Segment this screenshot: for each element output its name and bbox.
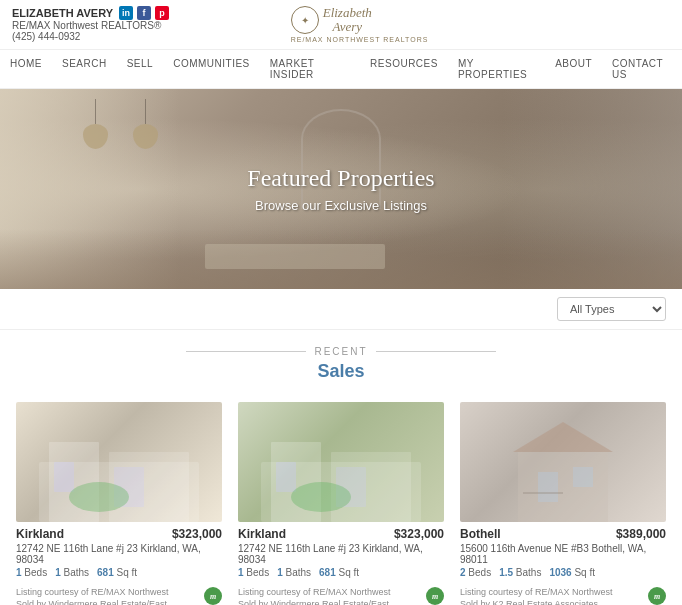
listing-location-row: Kirkland$323,000	[238, 527, 444, 541]
top-bar: ELIZABETH AVERY in f p RE/MAX Northwest …	[0, 0, 682, 49]
listing-courtesy: Listing courtesy of RE/MAX NorthwestSold…	[16, 586, 169, 605]
listing-address: 15600 116th Avenue NE #B3 Bothell, WA, 9…	[460, 543, 666, 565]
agent-name: ELIZABETH AVERY	[12, 7, 113, 19]
hero-content: Featured Properties Browse our Exclusive…	[247, 165, 434, 213]
beds: 1 Beds	[238, 567, 269, 578]
svg-rect-16	[523, 492, 563, 494]
pendant-light-left	[80, 99, 110, 149]
map-icon[interactable]: m	[204, 587, 222, 605]
nav-item-communities[interactable]: COMMUNITIES	[163, 50, 260, 77]
listing-footer: Listing courtesy of RE/MAX NorthwestSold…	[238, 582, 444, 605]
baths: 1 Baths	[55, 567, 89, 578]
social-icons: in f p	[119, 6, 169, 20]
listing-image	[238, 402, 444, 522]
listing-city: Kirkland	[16, 527, 64, 541]
listing-courtesy: Listing courtesy of RE/MAX NorthwestSold…	[460, 586, 613, 605]
section-title: Sales	[0, 361, 682, 382]
nav-item-resources[interactable]: RESOURCES	[360, 50, 448, 77]
beds: 2 Beds	[460, 567, 491, 578]
agent-info: ELIZABETH AVERY in f p RE/MAX Northwest …	[12, 6, 169, 42]
listing-city: Bothell	[460, 527, 501, 541]
listing-courtesy: Listing courtesy of RE/MAX NorthwestSold…	[238, 586, 391, 605]
listing-price: $323,000	[394, 527, 444, 541]
listing-details: 1 Beds1 Baths681 Sq ft	[238, 567, 444, 578]
listing-image	[16, 402, 222, 522]
listing-price: $323,000	[172, 527, 222, 541]
listing-location-row: Bothell$389,000	[460, 527, 666, 541]
nav-item-home[interactable]: HOME	[0, 50, 52, 77]
phone: (425) 444-0932	[12, 31, 169, 42]
section-header: RECENT Sales	[0, 330, 682, 390]
nav-item-my-properties[interactable]: MY PROPERTIES	[448, 50, 545, 88]
svg-rect-13	[518, 452, 608, 522]
listing-card: Kirkland$323,00012742 NE 116th Lane #j 2…	[16, 402, 222, 605]
linkedin-icon[interactable]: in	[119, 6, 133, 20]
listing-details: 1 Beds1 Baths681 Sq ft	[16, 567, 222, 578]
nav-item-contact-us[interactable]: CONTACT US	[602, 50, 682, 88]
listing-address: 12742 NE 116th Lane #j 23 Kirkland, WA, …	[16, 543, 222, 565]
pinterest-icon[interactable]: p	[155, 6, 169, 20]
listing-card: Kirkland$323,00012742 NE 116th Lane #j 2…	[238, 402, 444, 605]
map-icon[interactable]: m	[426, 587, 444, 605]
counter	[205, 244, 385, 269]
sqft: 681 Sq ft	[97, 567, 137, 578]
pendant-light-right	[130, 99, 160, 149]
facebook-icon[interactable]: f	[137, 6, 151, 20]
logo-text: Elizabeth Avery	[323, 6, 372, 35]
sqft: 681 Sq ft	[319, 567, 359, 578]
logo-emblem: ✦	[291, 6, 319, 34]
listing-address: 12742 NE 116th Lane #j 23 Kirkland, WA, …	[238, 543, 444, 565]
listing-image	[460, 402, 666, 522]
brokerage: RE/MAX Northwest REALTORS®	[12, 20, 169, 31]
svg-point-11	[291, 482, 351, 512]
beds: 1 Beds	[16, 567, 47, 578]
baths: 1 Baths	[277, 567, 311, 578]
listing-footer: Listing courtesy of RE/MAX NorthwestSold…	[16, 582, 222, 605]
svg-point-5	[69, 482, 129, 512]
listing-card: Bothell$389,00015600 116th Avenue NE #B3…	[460, 402, 666, 605]
nav-list: HOMESEARCHSELLCOMMUNITIESMARKET INSIDERR…	[0, 50, 682, 88]
type-filter[interactable]: All TypesResidentialCondoLandCommercial	[557, 297, 666, 321]
nav-item-search[interactable]: SEARCH	[52, 50, 117, 77]
logo: ✦ Elizabeth Avery RE/MAX NORTHWEST REALT…	[291, 6, 429, 43]
hero-section: Featured Properties Browse our Exclusive…	[0, 89, 682, 289]
hero-title: Featured Properties	[247, 165, 434, 192]
svg-rect-9	[276, 462, 296, 492]
nav-item-about[interactable]: ABOUT	[545, 50, 602, 77]
svg-rect-3	[54, 462, 74, 492]
listing-price: $389,000	[616, 527, 666, 541]
listing-footer: Listing courtesy of RE/MAX NorthwestSold…	[460, 582, 666, 605]
nav-item-sell[interactable]: SELL	[117, 50, 163, 77]
hero-subtitle: Browse our Exclusive Listings	[247, 198, 434, 213]
listing-details: 2 Beds1.5 Baths1036 Sq ft	[460, 567, 666, 578]
sqft: 1036 Sq ft	[549, 567, 595, 578]
nav-item-market-insider[interactable]: MARKET INSIDER	[260, 50, 360, 88]
svg-rect-14	[538, 472, 558, 502]
main-nav: HOMESEARCHSELLCOMMUNITIESMARKET INSIDERR…	[0, 49, 682, 89]
filter-bar: All TypesResidentialCondoLandCommercial	[0, 289, 682, 330]
baths: 1.5 Baths	[499, 567, 541, 578]
map-icon[interactable]: m	[648, 587, 666, 605]
listings-grid: Kirkland$323,00012742 NE 116th Lane #j 2…	[0, 390, 682, 605]
listing-location-row: Kirkland$323,000	[16, 527, 222, 541]
section-label: RECENT	[0, 346, 682, 357]
listing-city: Kirkland	[238, 527, 286, 541]
svg-marker-12	[513, 422, 613, 452]
svg-rect-15	[573, 467, 593, 487]
